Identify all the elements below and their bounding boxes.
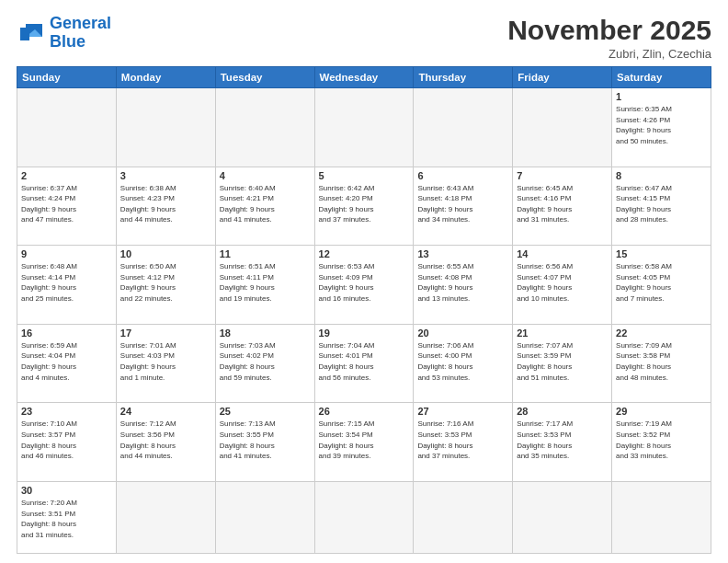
day-info: Sunrise: 6:47 AMSunset: 4:15 PMDaylight:… — [616, 183, 707, 225]
calendar-cell: 30Sunrise: 7:20 AMSunset: 3:51 PMDayligh… — [17, 482, 117, 554]
day-number: 10 — [120, 248, 211, 259]
day-info: Sunrise: 6:51 AMSunset: 4:11 PMDaylight:… — [220, 261, 311, 304]
day-info: Sunrise: 7:01 AMSunset: 4:03 PMDaylight:… — [120, 340, 211, 383]
day-info: Sunrise: 7:13 AMSunset: 3:55 PMDaylight:… — [220, 419, 311, 461]
day-number: 28 — [517, 406, 608, 417]
day-number: 14 — [517, 248, 608, 259]
calendar-cell — [513, 88, 612, 167]
day-info: Sunrise: 6:59 AMSunset: 4:04 PMDaylight:… — [21, 340, 112, 383]
day-number: 17 — [120, 327, 211, 339]
day-info: Sunrise: 7:20 AMSunset: 3:51 PMDaylight:… — [21, 498, 112, 540]
calendar-cell — [116, 88, 215, 167]
calendar-cell: 22Sunrise: 7:09 AMSunset: 3:58 PMDayligh… — [612, 324, 711, 403]
calendar-cell — [612, 482, 711, 554]
calendar-cell — [414, 88, 513, 167]
month-title: November 2025 — [507, 15, 711, 45]
day-info: Sunrise: 6:45 AMSunset: 4:16 PMDaylight:… — [517, 183, 608, 225]
calendar-cell: 2Sunrise: 6:37 AMSunset: 4:24 PMDaylight… — [17, 167, 117, 246]
week-row-1: 1Sunrise: 6:35 AMSunset: 4:26 PMDaylight… — [17, 88, 711, 167]
day-number: 6 — [417, 170, 508, 181]
calendar-cell: 20Sunrise: 7:06 AMSunset: 4:00 PMDayligh… — [414, 324, 513, 403]
day-number: 3 — [120, 170, 211, 181]
calendar-cell: 23Sunrise: 7:10 AMSunset: 3:57 PMDayligh… — [17, 403, 117, 482]
day-info: Sunrise: 6:58 AMSunset: 4:05 PMDaylight:… — [616, 261, 707, 304]
day-number: 19 — [319, 327, 410, 339]
calendar-cell: 13Sunrise: 6:55 AMSunset: 4:08 PMDayligh… — [414, 246, 513, 325]
day-number: 16 — [21, 327, 112, 339]
calendar-cell — [215, 482, 314, 554]
calendar-cell: 1Sunrise: 6:35 AMSunset: 4:26 PMDaylight… — [612, 88, 711, 167]
calendar-cell: 11Sunrise: 6:51 AMSunset: 4:11 PMDayligh… — [215, 246, 314, 325]
day-info: Sunrise: 6:40 AMSunset: 4:21 PMDaylight:… — [220, 183, 311, 225]
day-info: Sunrise: 7:10 AMSunset: 3:57 PMDaylight:… — [21, 419, 112, 461]
day-number: 27 — [417, 406, 508, 417]
calendar-cell: 7Sunrise: 6:45 AMSunset: 4:16 PMDaylight… — [513, 167, 612, 246]
weekday-header-row: SundayMondayTuesdayWednesdayThursdayFrid… — [17, 67, 711, 88]
calendar-cell: 26Sunrise: 7:15 AMSunset: 3:54 PMDayligh… — [314, 403, 414, 482]
day-info: Sunrise: 6:48 AMSunset: 4:14 PMDaylight:… — [21, 261, 112, 304]
day-number: 26 — [319, 406, 410, 417]
day-number: 25 — [220, 406, 311, 417]
week-row-5: 23Sunrise: 7:10 AMSunset: 3:57 PMDayligh… — [17, 403, 711, 482]
day-info: Sunrise: 6:38 AMSunset: 4:23 PMDaylight:… — [120, 183, 211, 225]
weekday-header-monday: Monday — [116, 67, 215, 88]
weekday-header-sunday: Sunday — [17, 67, 117, 88]
day-info: Sunrise: 7:12 AMSunset: 3:56 PMDaylight:… — [120, 419, 211, 461]
title-block: November 2025 Zubri, Zlin, Czechia — [507, 15, 711, 61]
calendar-cell: 10Sunrise: 6:50 AMSunset: 4:12 PMDayligh… — [116, 246, 215, 325]
weekday-header-saturday: Saturday — [612, 67, 711, 88]
weekday-header-thursday: Thursday — [414, 67, 513, 88]
calendar-cell — [314, 88, 414, 167]
calendar-cell — [414, 482, 513, 554]
calendar-cell: 17Sunrise: 7:01 AMSunset: 4:03 PMDayligh… — [116, 324, 215, 403]
day-info: Sunrise: 7:19 AMSunset: 3:52 PMDaylight:… — [616, 419, 707, 461]
logo: General Blue — [17, 15, 111, 52]
calendar-cell: 16Sunrise: 6:59 AMSunset: 4:04 PMDayligh… — [17, 324, 117, 403]
page: General Blue November 2025 Zubri, Zlin, … — [0, 0, 728, 563]
day-info: Sunrise: 7:17 AMSunset: 3:53 PMDaylight:… — [517, 419, 608, 461]
day-number: 29 — [616, 406, 707, 417]
day-number: 4 — [220, 170, 311, 181]
day-number: 5 — [319, 170, 410, 181]
calendar-cell: 14Sunrise: 6:56 AMSunset: 4:07 PMDayligh… — [513, 246, 612, 325]
calendar-cell: 4Sunrise: 6:40 AMSunset: 4:21 PMDaylight… — [215, 167, 314, 246]
day-number: 12 — [319, 248, 410, 259]
day-number: 11 — [220, 248, 311, 259]
logo-text: General Blue — [50, 15, 111, 52]
day-info: Sunrise: 6:50 AMSunset: 4:12 PMDaylight:… — [120, 261, 211, 304]
calendar-cell: 3Sunrise: 6:38 AMSunset: 4:23 PMDaylight… — [116, 167, 215, 246]
calendar-cell: 25Sunrise: 7:13 AMSunset: 3:55 PMDayligh… — [215, 403, 314, 482]
day-info: Sunrise: 7:06 AMSunset: 4:00 PMDaylight:… — [417, 340, 508, 383]
day-number: 24 — [120, 406, 211, 417]
day-info: Sunrise: 6:42 AMSunset: 4:20 PMDaylight:… — [319, 183, 410, 225]
calendar-cell: 15Sunrise: 6:58 AMSunset: 4:05 PMDayligh… — [612, 246, 711, 325]
logo-icon — [17, 20, 46, 46]
day-number: 30 — [21, 485, 112, 496]
calendar-cell: 19Sunrise: 7:04 AMSunset: 4:01 PMDayligh… — [314, 324, 414, 403]
day-number: 1 — [616, 91, 707, 102]
svg-marker-2 — [20, 28, 29, 40]
day-info: Sunrise: 7:03 AMSunset: 4:02 PMDaylight:… — [220, 340, 311, 383]
calendar-cell: 12Sunrise: 6:53 AMSunset: 4:09 PMDayligh… — [314, 246, 414, 325]
day-info: Sunrise: 6:43 AMSunset: 4:18 PMDaylight:… — [417, 183, 508, 225]
day-info: Sunrise: 7:16 AMSunset: 3:53 PMDaylight:… — [417, 419, 508, 461]
calendar-cell: 5Sunrise: 6:42 AMSunset: 4:20 PMDaylight… — [314, 167, 414, 246]
week-row-4: 16Sunrise: 6:59 AMSunset: 4:04 PMDayligh… — [17, 324, 711, 403]
week-row-3: 9Sunrise: 6:48 AMSunset: 4:14 PMDaylight… — [17, 246, 711, 325]
weekday-header-wednesday: Wednesday — [314, 67, 414, 88]
calendar-cell — [116, 482, 215, 554]
calendar-cell — [314, 482, 414, 554]
calendar-cell — [513, 482, 612, 554]
day-info: Sunrise: 6:37 AMSunset: 4:24 PMDaylight:… — [21, 183, 112, 225]
calendar-table: SundayMondayTuesdayWednesdayThursdayFrid… — [17, 66, 711, 554]
location: Zubri, Zlin, Czechia — [507, 47, 711, 61]
day-number: 18 — [220, 327, 311, 339]
day-number: 22 — [616, 327, 707, 339]
day-info: Sunrise: 6:53 AMSunset: 4:09 PMDaylight:… — [319, 261, 410, 304]
day-number: 7 — [517, 170, 608, 181]
day-info: Sunrise: 7:07 AMSunset: 3:59 PMDaylight:… — [517, 340, 608, 383]
week-row-6: 30Sunrise: 7:20 AMSunset: 3:51 PMDayligh… — [17, 482, 711, 554]
calendar-cell — [17, 88, 117, 167]
day-number: 13 — [417, 248, 508, 259]
day-info: Sunrise: 6:56 AMSunset: 4:07 PMDaylight:… — [517, 261, 608, 304]
